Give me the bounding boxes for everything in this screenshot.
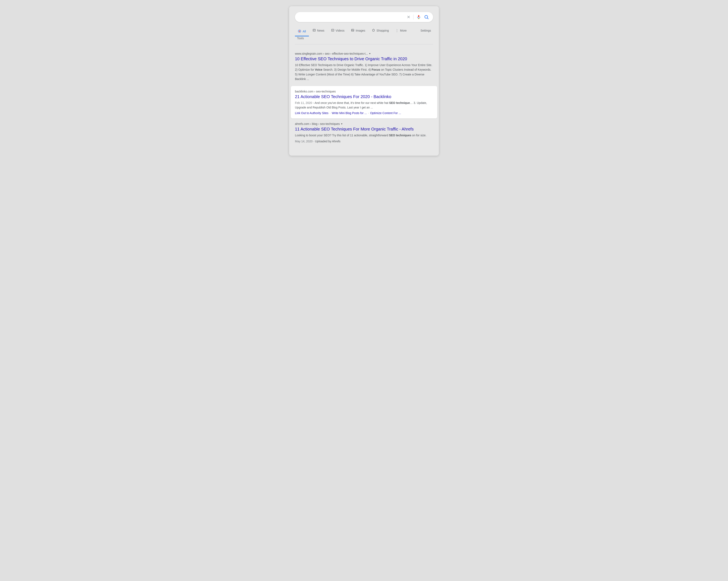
svg-marker-12 bbox=[372, 29, 374, 31]
svg-marker-9 bbox=[332, 30, 333, 31]
svg-rect-0 bbox=[418, 15, 419, 17]
news-icon bbox=[313, 29, 316, 32]
sitelink-write-mini[interactable]: Write Mini Blog Posts for ... bbox=[332, 111, 367, 115]
result-url-1: www.singlegrain.com › seo › effective-se… bbox=[295, 52, 433, 55]
dot-1: · bbox=[330, 111, 331, 115]
settings-link[interactable]: Settings bbox=[418, 27, 433, 34]
result-url-text-2: backlinko.com › seo-techniques bbox=[295, 90, 336, 93]
dot-2: · bbox=[368, 111, 369, 115]
svg-rect-5 bbox=[313, 29, 315, 31]
tab-images[interactable]: Images bbox=[348, 27, 368, 34]
result-item-3: ahrefs.com › blog › seo-techniques ▾ 11 … bbox=[295, 119, 433, 147]
result-title-text-1: 10 Effective SEO Techniques to Drive Org… bbox=[295, 57, 407, 61]
search-bar: seo techniques ✕ bbox=[295, 12, 433, 22]
result-description-3: Looking to boost your SEO? Try this list… bbox=[295, 133, 433, 138]
tab-news-label: News bbox=[317, 29, 324, 32]
tab-more-label: More bbox=[400, 29, 407, 32]
all-icon bbox=[298, 29, 301, 33]
tab-shopping-label: Shopping bbox=[376, 29, 389, 32]
divider bbox=[413, 15, 414, 20]
search-submit-icon[interactable] bbox=[424, 15, 429, 20]
result-title-2[interactable]: 21 Actionable SEO Techniques For 2020 - … bbox=[295, 94, 433, 99]
result-title-1[interactable]: 10 Effective SEO Techniques to Drive Org… bbox=[295, 56, 433, 61]
url-arrow-3: ▾ bbox=[341, 122, 342, 125]
shopping-icon bbox=[372, 29, 375, 32]
search-icon-group: ✕ bbox=[407, 15, 429, 20]
tab-videos-label: Videos bbox=[336, 29, 345, 32]
clear-icon[interactable]: ✕ bbox=[407, 15, 410, 20]
url-arrow-1: ▾ bbox=[369, 52, 370, 55]
tab-images-label: Images bbox=[356, 29, 365, 32]
result-url-text-3: ahrefs.com › blog › seo-techniques bbox=[295, 122, 340, 126]
search-results-container: seo techniques ✕ bbox=[289, 6, 439, 156]
tab-all-label: All bbox=[303, 30, 306, 33]
tab-more[interactable]: ⋮ More bbox=[392, 27, 410, 34]
result-date-2: Feb 11, 2020 bbox=[295, 101, 312, 105]
result-date-3: May 14, 2020 bbox=[295, 140, 313, 143]
tab-videos[interactable]: Videos bbox=[328, 27, 347, 34]
sitelink-link-out[interactable]: Link Out to Authority Sites bbox=[295, 111, 329, 115]
nav-tabs: All News Videos bbox=[295, 27, 433, 45]
result-title-text-2: 21 Actionable SEO Techniques For 2020 - … bbox=[295, 94, 391, 99]
images-icon bbox=[351, 29, 354, 32]
result-item-2: backlinko.com › seo-techniques 21 Action… bbox=[291, 86, 437, 119]
search-input[interactable]: seo techniques bbox=[299, 15, 407, 19]
result-sitelinks-2: Link Out to Authority Sites · Write Mini… bbox=[295, 111, 433, 115]
svg-point-4 bbox=[299, 31, 300, 32]
result-item-1: www.singlegrain.com › seo › effective-se… bbox=[295, 49, 433, 85]
result-url-3: ahrefs.com › blog › seo-techniques ▾ bbox=[295, 122, 433, 126]
more-icon: ⋮ bbox=[395, 29, 398, 32]
sitelink-optimize[interactable]: Optimize Content For ... bbox=[370, 111, 401, 115]
tab-shopping[interactable]: Shopping bbox=[369, 27, 392, 34]
result-meta-3: May 14, 2020 · Uploaded by Ahrefs bbox=[295, 139, 433, 144]
result-url-text-1: www.singlegrain.com › seo › effective-se… bbox=[295, 52, 368, 55]
svg-line-2 bbox=[427, 18, 428, 19]
result-description-2: Feb 11, 2020 - And once you've done that… bbox=[295, 101, 433, 110]
result-url-2: backlinko.com › seo-techniques bbox=[295, 90, 433, 93]
videos-icon bbox=[331, 29, 334, 32]
result-title-text-3: 11 Actionable SEO Techniques For More Or… bbox=[295, 127, 414, 131]
result-title-3[interactable]: 11 Actionable SEO Techniques For More Or… bbox=[295, 126, 433, 132]
mic-icon[interactable] bbox=[416, 15, 421, 19]
result-description-1: 10 Effective SEO Techniques to Drive Org… bbox=[295, 63, 433, 81]
result-uploaded-3: · Uploaded by Ahrefs bbox=[313, 140, 340, 143]
tools-link[interactable]: Tools bbox=[295, 35, 306, 42]
tab-news[interactable]: News bbox=[310, 27, 328, 34]
